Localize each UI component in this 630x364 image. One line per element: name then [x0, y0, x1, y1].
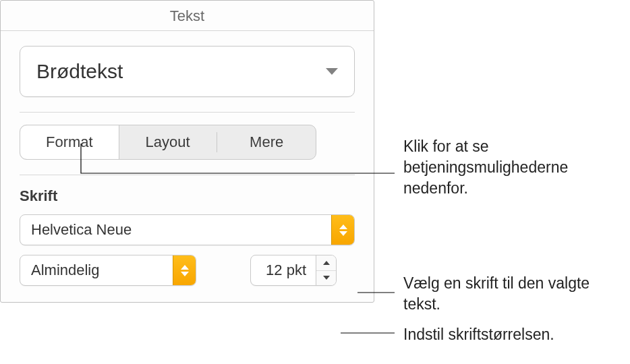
- chevron-down-icon: [326, 68, 338, 75]
- callout-size: Indstil skriftstørrelsen.: [403, 324, 619, 345]
- callout-font: Vælg en skrift til den valgte tekst.: [403, 273, 619, 315]
- tab-more[interactable]: Mere: [217, 125, 316, 159]
- chevron-down-icon: [323, 276, 330, 280]
- font-family-select[interactable]: Helvetica Neue: [20, 214, 355, 245]
- typeface-select[interactable]: Almindelig: [20, 255, 196, 286]
- callout-tabs: Klik for at se betjeningsmulighederne ne…: [403, 136, 619, 199]
- text-inspector-panel: Tekst Brødtekst Format Layout Mere Skr: [0, 0, 374, 303]
- font-size-value: 12 pkt: [251, 262, 316, 279]
- paragraph-style-select[interactable]: Brødtekst: [20, 46, 355, 97]
- tab-format[interactable]: Format: [20, 125, 119, 159]
- chevron-up-icon: [323, 261, 330, 265]
- font-size-stepper: [316, 255, 336, 285]
- paragraph-style-label: Brødtekst: [36, 60, 123, 83]
- updown-icon: [331, 215, 354, 245]
- tab-layout[interactable]: Layout: [119, 125, 217, 159]
- stepper-up[interactable]: [316, 255, 336, 271]
- panel-title: Tekst: [1, 1, 374, 31]
- typeface-value: Almindelig: [20, 262, 173, 279]
- divider: [20, 112, 355, 113]
- stepper-down[interactable]: [316, 271, 336, 286]
- font-size-field[interactable]: 12 pkt: [250, 255, 337, 286]
- updown-icon: [173, 255, 196, 285]
- font-section-label: Skrift: [20, 187, 355, 205]
- divider: [20, 175, 355, 175]
- font-family-value: Helvetica Neue: [20, 221, 331, 239]
- text-tab-segmented: Format Layout Mere: [20, 125, 316, 160]
